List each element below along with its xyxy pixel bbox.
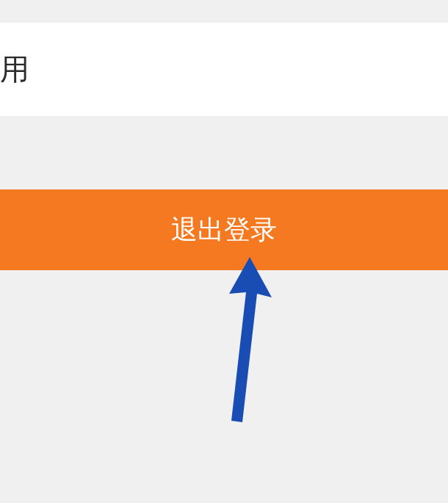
settings-row-label: 用 bbox=[0, 49, 29, 90]
annotation-arrow bbox=[213, 257, 286, 436]
arrow-icon bbox=[213, 257, 286, 433]
top-background-strip bbox=[0, 0, 448, 23]
logout-button-label: 退出登录 bbox=[171, 212, 277, 248]
logout-button[interactable]: 退出登录 bbox=[0, 189, 448, 270]
svg-marker-0 bbox=[229, 257, 272, 422]
settings-row[interactable]: 用 bbox=[0, 23, 448, 116]
